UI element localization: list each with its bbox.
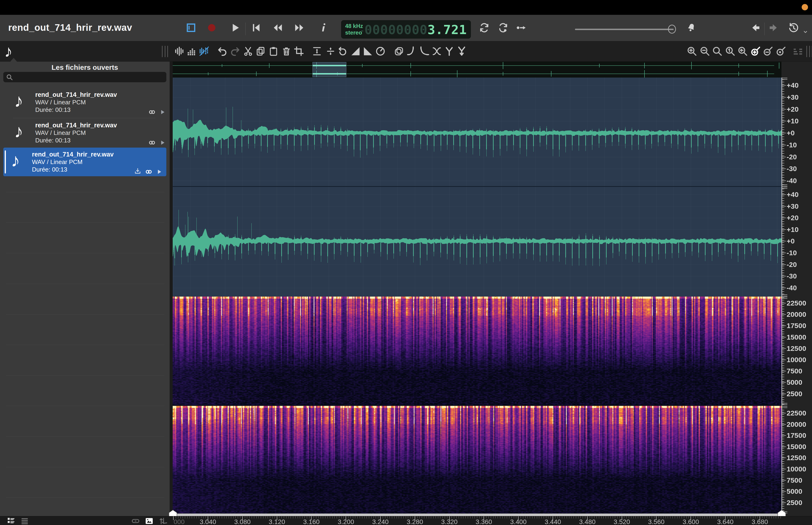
file-name: rend_out_714_hrir_rev.wav	[35, 122, 117, 129]
volume-slider[interactable]	[575, 29, 674, 30]
scale-label: -30	[787, 272, 811, 280]
separator	[245, 22, 246, 35]
gain-icon[interactable]	[374, 44, 387, 58]
split-y-icon[interactable]	[443, 44, 456, 58]
scale-label: 22500	[787, 409, 811, 417]
levels-icon[interactable]	[792, 44, 804, 58]
toolbar-drag-handle[interactable]	[162, 46, 168, 57]
crossfade-icon[interactable]	[430, 44, 443, 58]
play-icon[interactable]	[228, 21, 242, 35]
merge-y-icon[interactable]	[455, 44, 468, 58]
unlink-icon[interactable]	[130, 516, 141, 525]
fit-vertical-icon[interactable]	[311, 44, 323, 58]
timeline-partial-label: 000	[174, 518, 185, 525]
link-icon[interactable]	[148, 139, 156, 148]
split-channels-icon[interactable]	[324, 44, 337, 58]
timeline-label: 3.560	[648, 518, 664, 525]
file-name: rend_out_714_hrir_rev.wav	[32, 151, 114, 158]
waveform-view-icon[interactable]	[173, 44, 186, 58]
zoom-one-icon[interactable]	[724, 44, 737, 58]
clone-icon[interactable]	[393, 44, 405, 58]
toolbar-drag-handle-right[interactable]	[806, 46, 812, 57]
spectrogram-view-icon[interactable]	[185, 44, 198, 58]
paste-icon[interactable]	[267, 44, 280, 58]
link-icon[interactable]	[148, 108, 156, 117]
search-icon	[6, 73, 14, 82]
scale-label: -20	[787, 261, 811, 268]
volume-slider-knob[interactable]	[668, 25, 676, 34]
scale-label: +40	[787, 81, 811, 89]
sort-icon[interactable]	[156, 516, 168, 525]
undo-icon[interactable]	[216, 44, 229, 58]
detail-list-icon[interactable]	[5, 516, 17, 525]
timeline-label: 3.080	[234, 518, 251, 525]
record-icon[interactable]	[205, 21, 219, 35]
zoom-out-icon[interactable]	[699, 44, 711, 58]
info-icon[interactable]	[317, 21, 331, 35]
zoom-selection-icon[interactable]	[736, 44, 749, 58]
chevron-down-icon[interactable]	[798, 25, 812, 39]
scale-label: -40	[787, 177, 811, 184]
lcd-ghost-digits: 00000000	[364, 22, 427, 37]
scale-label: 2500	[787, 499, 811, 507]
loop-icon[interactable]	[477, 21, 491, 35]
file-list-item[interactable]: ♪ rend_out_714_hrir_rev.wav WAV / Linear…	[3, 119, 166, 147]
cut-icon[interactable]	[242, 44, 255, 58]
combined-view-icon[interactable]	[198, 44, 211, 58]
fade-out-icon[interactable]	[362, 44, 374, 58]
audio-file-icon: ♪	[14, 89, 23, 112]
copy-icon[interactable]	[254, 44, 267, 58]
scale-label: -20	[787, 153, 811, 161]
timeline-label: 3.360	[476, 518, 492, 525]
vertical-zoom-reset-icon[interactable]	[775, 44, 787, 58]
redo-icon[interactable]	[229, 44, 242, 58]
timeline-label: 3.520	[614, 518, 630, 525]
vertical-zoom-in-icon[interactable]	[749, 44, 762, 58]
scale-label: 10000	[787, 465, 811, 473]
file-format: WAV / Linear PCM	[35, 129, 86, 137]
scale-label: +10	[787, 226, 811, 234]
image-view-icon[interactable]	[143, 516, 155, 525]
search-input[interactable]	[3, 72, 166, 82]
back-arrow-icon[interactable]	[749, 21, 763, 35]
loop-selection-icon[interactable]	[496, 21, 510, 35]
timeline-label: 3.640	[717, 518, 734, 525]
zoom-in-icon[interactable]	[686, 44, 698, 58]
scale-label: -10	[787, 249, 811, 257]
curve-up-icon[interactable]	[405, 44, 418, 58]
waveform-channel-left[interactable]	[173, 77, 781, 186]
spectrogram-channel-left[interactable]	[173, 297, 781, 405]
compact-list-icon[interactable]	[19, 516, 31, 525]
audio-file-icon: ♪	[14, 119, 23, 143]
fast-forward-icon[interactable]	[292, 21, 306, 35]
forward-arrow-icon[interactable]	[766, 21, 781, 35]
fade-in-icon[interactable]	[349, 44, 362, 58]
play-file-icon[interactable]	[159, 139, 166, 147]
invert-icon[interactable]	[336, 44, 349, 58]
scale-label: -30	[787, 165, 811, 172]
scale-label: 12500	[787, 345, 811, 352]
scale-label: 15000	[787, 443, 811, 450]
selection-range-bar[interactable]	[173, 513, 781, 516]
delete-icon[interactable]	[280, 44, 293, 58]
notifications-icon[interactable]	[684, 21, 698, 35]
scale-label: 20000	[787, 311, 811, 318]
scale-label: 5000	[787, 487, 811, 495]
trim-icon[interactable]	[292, 44, 305, 58]
menu-bar-strip	[0, 0, 812, 15]
vertical-zoom-out-icon[interactable]	[762, 44, 775, 58]
spectrogram-channel-right[interactable]	[173, 406, 781, 513]
play-from-cursor-icon[interactable]	[514, 21, 528, 35]
overview-strip[interactable]	[173, 62, 781, 77]
stop-marker-icon[interactable]	[184, 21, 198, 35]
play-file-icon[interactable]	[159, 108, 166, 117]
file-list-item[interactable]: ♪ rend_out_714_hrir_rev.wav WAV / Linear…	[3, 89, 166, 118]
timeline-label: 3.160	[303, 518, 320, 525]
timeline-label: 3.400	[510, 518, 526, 525]
waveform-channel-right[interactable]	[173, 186, 781, 297]
zoom-icon[interactable]	[711, 44, 724, 58]
time-display: 48 kHz stereo -000000003.721	[341, 20, 471, 39]
curve-down-icon[interactable]	[418, 44, 431, 58]
rewind-icon[interactable]	[271, 21, 285, 35]
skip-start-icon[interactable]	[249, 21, 263, 35]
